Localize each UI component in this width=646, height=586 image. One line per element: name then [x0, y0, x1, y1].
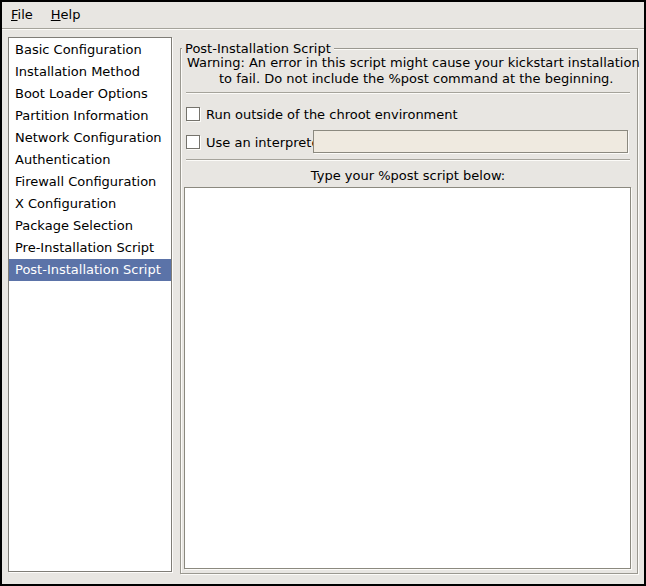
sidebar-item-post-installation-script[interactable]: Post-Installation Script	[9, 259, 171, 281]
menu-help[interactable]: Help	[42, 2, 90, 28]
kickstart-configurator-window: File Help Basic Configuration Installati…	[0, 0, 646, 586]
sidebar-item-x-configuration[interactable]: X Configuration	[9, 193, 171, 215]
interpreter-entry[interactable]	[313, 130, 628, 153]
menu-file-label: File	[11, 2, 33, 28]
menubar: File Help	[2, 2, 644, 29]
sidebar-item-package-selection[interactable]: Package Selection	[9, 215, 171, 237]
sidebar-item-pre-installation-script[interactable]: Pre-Installation Script	[9, 237, 171, 259]
script-label: Type your %post script below:	[186, 168, 630, 183]
chroot-checkbox[interactable]	[186, 107, 200, 121]
post-installation-script-frame: Post-Installation Script Warning: An err…	[180, 48, 638, 574]
chroot-checkbox-label: Run outside of the chroot environment	[206, 107, 458, 122]
frame-title: Post-Installation Script	[182, 41, 334, 56]
interpreter-checkbox-row[interactable]: Use an interpreter:	[186, 132, 329, 152]
chroot-checkbox-row[interactable]: Run outside of the chroot environment	[186, 104, 458, 124]
sidebar-item-firewall-configuration[interactable]: Firewall Configuration	[9, 171, 171, 193]
interpreter-checkbox[interactable]	[186, 135, 200, 149]
warning-text: Warning: An error in this script might c…	[187, 55, 640, 87]
warning-line1: Warning: An error in this script might c…	[187, 55, 640, 71]
sidebar-item-network-configuration[interactable]: Network Configuration	[9, 127, 171, 149]
sidebar-item-partition-information[interactable]: Partition Information	[9, 105, 171, 127]
interpreter-checkbox-label: Use an interpreter:	[206, 135, 329, 150]
menu-help-label: Help	[51, 2, 81, 28]
sidebar-item-authentication[interactable]: Authentication	[9, 149, 171, 171]
sidebar-item-basic-configuration[interactable]: Basic Configuration	[9, 39, 171, 61]
separator	[186, 92, 630, 94]
post-script-textarea[interactable]	[184, 187, 631, 569]
section-list: Basic Configuration Installation Method …	[8, 37, 172, 572]
menu-file[interactable]: File	[2, 2, 42, 28]
warning-line2: to fail. Do not include the %post comman…	[219, 71, 640, 87]
separator	[186, 159, 630, 161]
sidebar-item-installation-method[interactable]: Installation Method	[9, 61, 171, 83]
sidebar-item-boot-loader-options[interactable]: Boot Loader Options	[9, 83, 171, 105]
